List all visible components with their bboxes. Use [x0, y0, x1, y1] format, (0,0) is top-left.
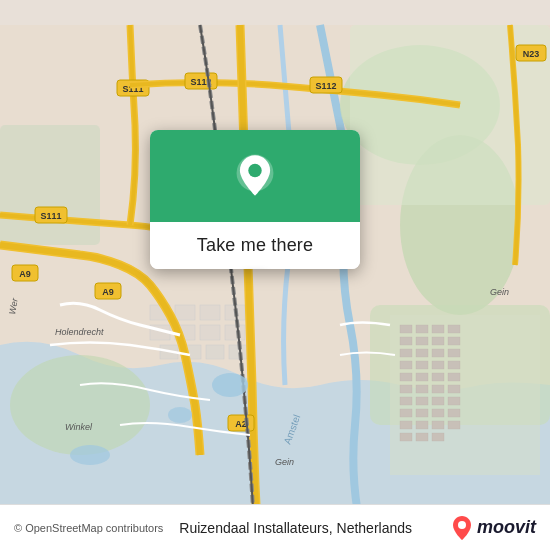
svg-rect-49: [416, 409, 428, 417]
moovit-brand-text: moovit: [477, 517, 536, 538]
svg-rect-39: [448, 373, 460, 381]
svg-point-86: [458, 521, 466, 529]
svg-rect-24: [400, 337, 412, 345]
osm-attribution: © OpenStreetMap contributors: [14, 522, 163, 534]
svg-rect-38: [432, 373, 444, 381]
svg-rect-47: [448, 397, 460, 405]
svg-rect-58: [432, 433, 444, 441]
svg-text:S111: S111: [40, 211, 61, 221]
svg-rect-31: [448, 349, 460, 357]
svg-point-4: [10, 355, 150, 455]
svg-rect-14: [225, 325, 245, 340]
svg-rect-44: [400, 397, 412, 405]
svg-rect-43: [448, 385, 460, 393]
moovit-logo: moovit: [451, 515, 536, 541]
svg-rect-25: [416, 337, 428, 345]
moovit-pin-icon: [451, 515, 473, 541]
svg-point-80: [212, 373, 248, 397]
svg-text:A9: A9: [102, 287, 114, 297]
popup-header: [150, 130, 360, 222]
svg-text:S112: S112: [315, 81, 336, 91]
svg-rect-54: [432, 421, 444, 429]
svg-rect-12: [200, 325, 220, 340]
bottom-bar: © OpenStreetMap contributors Ruizendaal …: [0, 504, 550, 550]
svg-rect-46: [432, 397, 444, 405]
take-me-there-button[interactable]: Take me there: [150, 222, 360, 269]
svg-rect-9: [200, 305, 220, 320]
svg-rect-48: [400, 409, 412, 417]
svg-rect-51: [448, 409, 460, 417]
svg-rect-21: [416, 325, 428, 333]
bottom-bar-left: © OpenStreetMap contributors Ruizendaal …: [14, 520, 412, 536]
map-container: A9 A9 S111 S111 S112 S112 N23 A2: [0, 0, 550, 550]
svg-text:A9: A9: [19, 269, 31, 279]
svg-rect-19: [390, 315, 540, 475]
svg-rect-53: [416, 421, 428, 429]
svg-rect-40: [400, 385, 412, 393]
svg-text:Holendrecht: Holendrecht: [55, 327, 104, 337]
svg-rect-32: [400, 361, 412, 369]
svg-rect-35: [448, 361, 460, 369]
svg-rect-22: [432, 325, 444, 333]
svg-rect-56: [400, 433, 412, 441]
svg-rect-8: [175, 305, 195, 320]
svg-point-82: [70, 445, 110, 465]
svg-rect-42: [432, 385, 444, 393]
location-pin-icon: [229, 152, 281, 204]
svg-rect-30: [432, 349, 444, 357]
svg-rect-36: [400, 373, 412, 381]
svg-text:Gein: Gein: [490, 287, 509, 297]
svg-point-85: [248, 164, 261, 177]
svg-rect-33: [416, 361, 428, 369]
location-popup: Take me there: [150, 130, 360, 269]
svg-rect-41: [416, 385, 428, 393]
svg-rect-29: [416, 349, 428, 357]
svg-text:Gein: Gein: [275, 457, 294, 467]
svg-rect-57: [416, 433, 428, 441]
svg-rect-55: [448, 421, 460, 429]
svg-rect-37: [416, 373, 428, 381]
svg-rect-52: [400, 421, 412, 429]
svg-text:N23: N23: [523, 49, 540, 59]
svg-rect-28: [400, 349, 412, 357]
svg-rect-26: [432, 337, 444, 345]
svg-rect-20: [400, 325, 412, 333]
svg-rect-27: [448, 337, 460, 345]
svg-rect-45: [416, 397, 428, 405]
svg-rect-50: [432, 409, 444, 417]
svg-rect-34: [432, 361, 444, 369]
svg-rect-17: [206, 345, 224, 359]
business-name: Ruizendaal Installateurs, Netherlands: [179, 520, 412, 536]
svg-rect-5: [0, 125, 100, 245]
svg-rect-23: [448, 325, 460, 333]
svg-text:Winkel: Winkel: [65, 422, 93, 432]
svg-point-81: [168, 407, 192, 423]
